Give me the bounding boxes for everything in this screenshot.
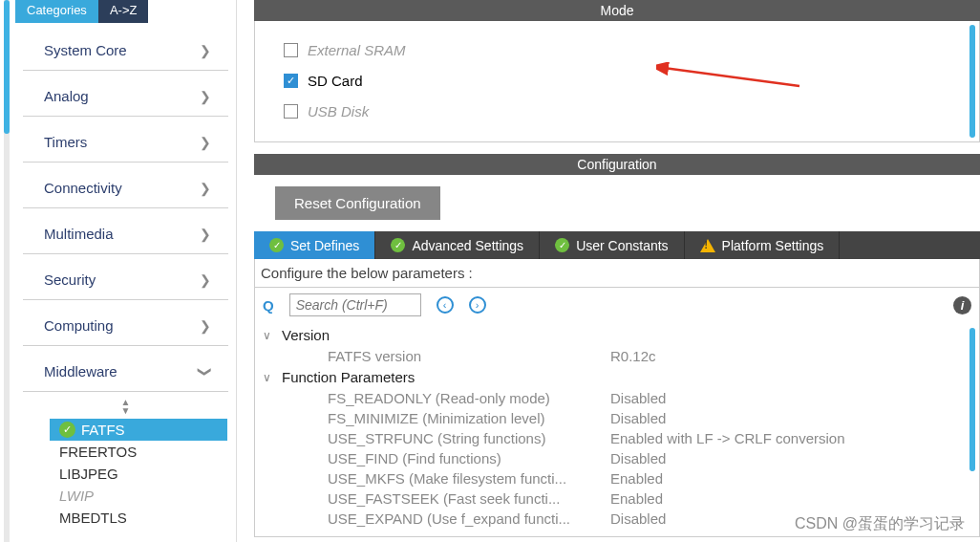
tab-set-defines[interactable]: ✓Set Defines	[254, 231, 375, 259]
param-row[interactable]: USE_MKFS (Make filesystem functi...Enabl…	[263, 468, 971, 488]
tab-label: Set Defines	[290, 238, 359, 253]
param-value: Disabled	[610, 410, 666, 426]
param-value: Enabled with LF -> CRLF conversion	[610, 430, 845, 446]
mode-scrollbar[interactable]	[969, 25, 975, 138]
check-icon: ✓	[59, 422, 75, 438]
checkbox-checked-icon[interactable]: ✓	[284, 74, 298, 88]
drag-handle-icon[interactable]: ▲▼	[15, 398, 236, 415]
chevron-right-icon: ❯	[200, 135, 211, 150]
tab-advanced-settings[interactable]: ✓Advanced Settings	[375, 231, 540, 259]
param-label: USE_MKFS (Make filesystem functi...	[328, 470, 610, 487]
check-icon: ✓	[269, 238, 284, 252]
param-row[interactable]: USE_FIND (Find functions)Disabled	[263, 448, 971, 468]
chevron-right-icon: ❯	[200, 318, 211, 334]
cat-connectivity[interactable]: Connectivity❯	[23, 168, 228, 208]
param-row[interactable]: FS_MINIMIZE (Minimization level)Disabled	[263, 408, 971, 428]
tab-user-constants[interactable]: ✓User Constants	[540, 231, 684, 259]
config-body: Configure the below parameters : Q ‹ › i…	[254, 259, 980, 537]
tab-platform-settings[interactable]: Platform Settings	[685, 231, 841, 259]
tab-categories[interactable]: Categories	[15, 0, 98, 23]
cat-label: Multimedia	[44, 226, 114, 242]
config-header: Configuration	[254, 154, 980, 175]
param-value: Enabled	[610, 470, 663, 487]
mode-label: USB Disk	[308, 103, 369, 119]
sub-mbedtls[interactable]: MBEDTLS	[59, 507, 236, 529]
param-value: Enabled	[610, 490, 663, 507]
chevron-down-icon: ❯	[198, 366, 213, 378]
tab-label: Advanced Settings	[412, 238, 523, 253]
param-tree: ∨Version FATFS versionR0.12c ∨Function P…	[255, 322, 979, 536]
param-row[interactable]: USE_FASTSEEK (Fast seek functi...Enabled	[263, 488, 971, 509]
search-icon[interactable]: Q	[263, 297, 274, 314]
sub-fatfs[interactable]: ✓FATFS	[50, 419, 227, 441]
cat-middleware[interactable]: Middleware❯	[23, 352, 228, 392]
tab-a-z[interactable]: A->Z	[98, 0, 149, 23]
param-value: Disabled	[610, 450, 666, 466]
mode-header: Mode	[254, 0, 980, 21]
mode-external-sram[interactable]: External SRAM	[284, 34, 950, 65]
group-function-parameters[interactable]: ∨Function Parameters	[263, 366, 971, 388]
group-version[interactable]: ∨Version	[263, 324, 971, 346]
sidebar-scrollbar[interactable]	[1, 0, 12, 542]
middleware-sublist: ✓FATFS FREERTOS LIBJPEG LWIP MBEDTLS	[15, 419, 236, 529]
sub-label: FATFS	[81, 422, 125, 438]
chevron-right-icon: ❯	[200, 89, 211, 104]
cat-label: Timers	[44, 134, 87, 150]
mode-label: External SRAM	[308, 42, 406, 58]
param-value: Disabled	[610, 390, 666, 406]
param-value: R0.12c	[610, 348, 656, 364]
param-row[interactable]: USE_EXPAND (Use f_expand functi...Disabl…	[263, 509, 971, 529]
search-input[interactable]	[289, 293, 421, 316]
cat-computing[interactable]: Computing❯	[23, 306, 228, 346]
cat-system-core[interactable]: System Core❯	[23, 31, 228, 71]
param-label: USE_FASTSEEK (Fast seek functi...	[328, 490, 610, 507]
collapse-icon[interactable]: ∨	[263, 329, 276, 342]
config-scrollbar[interactable]	[969, 328, 975, 471]
mode-sd-card[interactable]: ✓SD Card	[284, 65, 950, 96]
main-panel: Mode External SRAM ✓SD Card USB Disk Con…	[237, 0, 980, 542]
tab-label: User Constants	[576, 238, 668, 253]
category-list: System Core❯ Analog❯ Timers❯ Connectivit…	[15, 23, 236, 529]
param-row[interactable]: FS_READONLY (Read-only mode)Disabled	[263, 388, 971, 408]
tab-label: Platform Settings	[722, 238, 824, 253]
sub-freertos[interactable]: FREERTOS	[59, 441, 236, 463]
param-label: FATFS version	[328, 348, 610, 364]
config-tabs: ✓Set Defines ✓Advanced Settings ✓User Co…	[254, 231, 980, 259]
sub-lwip[interactable]: LWIP	[59, 485, 236, 507]
param-value: Disabled	[610, 510, 666, 527]
cat-label: Middleware	[44, 363, 117, 379]
check-icon: ✓	[391, 238, 405, 252]
param-label: FS_MINIMIZE (Minimization level)	[328, 410, 610, 426]
prev-match-button[interactable]: ‹	[437, 296, 454, 314]
param-label: FS_READONLY (Read-only mode)	[328, 390, 610, 406]
group-label: Version	[282, 327, 330, 343]
checkbox-icon[interactable]	[284, 43, 298, 57]
param-label: USE_STRFUNC (String functions)	[328, 430, 610, 446]
cat-security[interactable]: Security❯	[23, 260, 228, 300]
info-icon[interactable]: i	[953, 296, 971, 314]
sidebar: Categories A->Z System Core❯ Analog❯ Tim…	[0, 0, 237, 542]
cat-label: System Core	[44, 42, 127, 58]
warning-icon	[700, 239, 715, 252]
cat-multimedia[interactable]: Multimedia❯	[23, 214, 228, 254]
sub-libjpeg[interactable]: LIBJPEG	[59, 463, 236, 485]
group-label: Function Parameters	[282, 369, 415, 385]
next-match-button[interactable]: ›	[469, 296, 486, 314]
param-label: USE_FIND (Find functions)	[328, 450, 610, 466]
chevron-right-icon: ❯	[200, 227, 211, 242]
cat-analog[interactable]: Analog❯	[23, 76, 228, 117]
param-row[interactable]: FATFS versionR0.12c	[263, 346, 971, 366]
cat-label: Computing	[44, 317, 114, 334]
mode-box: External SRAM ✓SD Card USB Disk	[254, 21, 980, 142]
reset-configuration-button[interactable]: Reset Configuration	[275, 186, 440, 220]
param-row[interactable]: USE_STRFUNC (String functions)Enabled wi…	[263, 428, 971, 448]
cat-timers[interactable]: Timers❯	[23, 122, 228, 163]
check-icon: ✓	[555, 238, 569, 252]
chevron-right-icon: ❯	[200, 181, 211, 196]
mode-label: SD Card	[308, 73, 363, 89]
collapse-icon[interactable]: ∨	[263, 371, 276, 384]
param-label: USE_EXPAND (Use f_expand functi...	[328, 510, 610, 527]
checkbox-icon[interactable]	[284, 104, 298, 119]
chevron-right-icon: ❯	[200, 43, 211, 58]
mode-usb-disk[interactable]: USB Disk	[284, 96, 950, 126]
